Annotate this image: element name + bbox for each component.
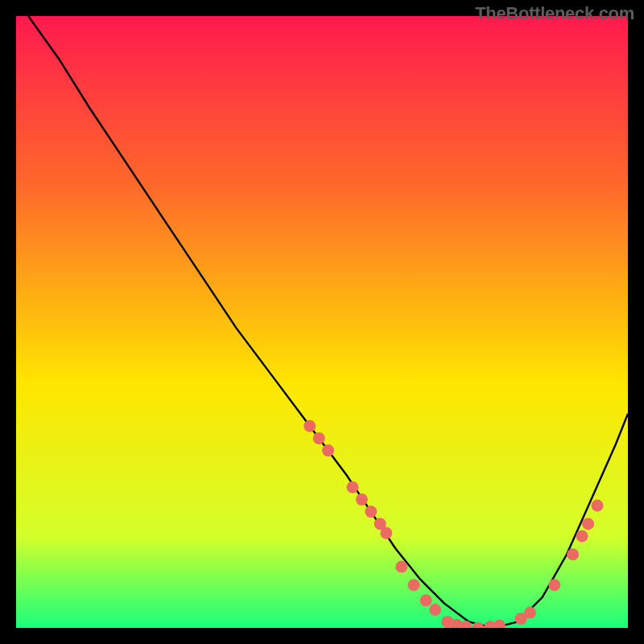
data-marker <box>592 500 604 512</box>
gradient-background <box>16 16 628 628</box>
plot-area <box>16 16 628 628</box>
data-marker <box>420 594 432 606</box>
data-marker <box>322 444 334 456</box>
data-marker <box>303 420 316 432</box>
data-marker <box>548 579 560 591</box>
chart-container: TheBottleneck.com <box>0 0 644 644</box>
data-marker <box>347 481 359 493</box>
data-marker <box>395 561 407 573</box>
data-marker <box>408 579 420 591</box>
data-marker <box>567 548 579 560</box>
data-marker <box>429 604 441 616</box>
data-marker <box>524 607 536 619</box>
data-marker <box>576 530 588 543</box>
chart-svg <box>16 16 628 628</box>
data-marker <box>356 493 368 506</box>
data-marker <box>313 432 325 444</box>
watermark-text: TheBottleneck.com <box>475 3 634 24</box>
data-marker <box>380 527 392 539</box>
data-marker <box>582 518 594 530</box>
data-marker <box>365 506 377 518</box>
